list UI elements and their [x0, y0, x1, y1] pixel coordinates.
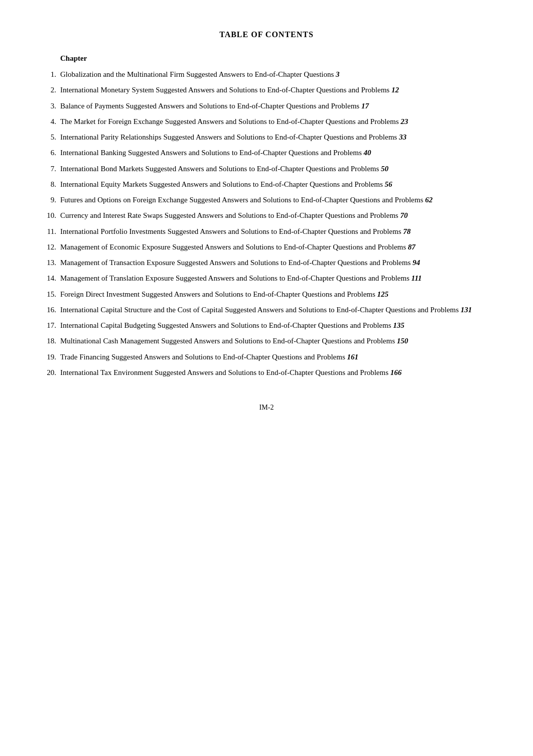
toc-item: 18.Multinational Cash Management Suggest…	[40, 335, 493, 347]
toc-item-number: 1.	[40, 69, 60, 80]
toc-item: 15.Foreign Direct Investment Suggested A…	[40, 289, 493, 300]
toc-item-text: Futures and Options on Foreign Exchange …	[60, 194, 493, 206]
toc-item-page: 94	[413, 259, 420, 267]
toc-item-page: 56	[385, 180, 392, 188]
toc-item-number: 5.	[40, 132, 60, 143]
toc-item: 11.International Portfolio Investments S…	[40, 226, 493, 237]
toc-item-number: 20.	[40, 367, 60, 379]
toc-item-text: International Banking Suggested Answers …	[60, 147, 493, 159]
toc-item-text: Management of Transaction Exposure Sugge…	[60, 257, 493, 269]
toc-item-page: 70	[400, 211, 408, 219]
toc-item-page: 50	[381, 165, 388, 173]
toc-item-number: 16.	[40, 304, 60, 316]
toc-item: 7.International Bond Markets Suggested A…	[40, 163, 493, 175]
toc-item: 9.Futures and Options on Foreign Exchang…	[40, 194, 493, 206]
toc-item-text: International Monetary System Suggested …	[60, 84, 493, 96]
toc-item-number: 7.	[40, 163, 60, 175]
toc-item: 3.Balance of Payments Suggested Answers …	[40, 100, 493, 112]
toc-item-page: 40	[364, 149, 371, 157]
toc-item-number: 3.	[40, 100, 60, 112]
toc-item-number: 4.	[40, 116, 60, 128]
toc-item-number: 11.	[40, 226, 60, 237]
toc-item-page: 33	[399, 133, 407, 141]
toc-item: 6.International Banking Suggested Answer…	[40, 147, 493, 159]
toc-item-number: 6.	[40, 147, 60, 159]
toc-item: 12.Management of Economic Exposure Sugge…	[40, 241, 493, 253]
toc-list: 1.Globalization and the Multinational Fi…	[40, 69, 493, 379]
page-title: TABLE OF CONTENTS	[40, 30, 493, 39]
toc-item-page: 87	[408, 243, 416, 251]
toc-item-page: 17	[361, 102, 369, 110]
toc-item-number: 10.	[40, 210, 60, 221]
toc-item-text: Balance of Payments Suggested Answers an…	[60, 100, 493, 112]
toc-item-number: 18.	[40, 335, 60, 347]
toc-item-text: Currency and Interest Rate Swaps Suggest…	[60, 210, 493, 221]
toc-item-text: International Capital Structure and the …	[60, 304, 493, 316]
toc-item-page: 111	[412, 274, 422, 282]
toc-item-page: 150	[397, 337, 409, 345]
toc-item-text: International Capital Budgeting Suggeste…	[60, 320, 493, 331]
toc-item-text: Globalization and the Multinational Firm…	[60, 69, 493, 80]
chapter-label: Chapter	[60, 54, 493, 63]
toc-item-text: Foreign Direct Investment Suggested Answ…	[60, 289, 493, 300]
toc-item-page: 161	[347, 353, 358, 361]
toc-item-number: 2.	[40, 84, 60, 96]
toc-item-page: 131	[461, 306, 472, 314]
toc-item: 16.International Capital Structure and t…	[40, 304, 493, 316]
toc-item-text: International Bond Markets Suggested Ans…	[60, 163, 493, 175]
toc-item-text: The Market for Foreign Exchange Suggeste…	[60, 116, 493, 128]
toc-item-number: 12.	[40, 241, 60, 253]
toc-item-text: International Parity Relationships Sugge…	[60, 132, 493, 143]
toc-item-text: Management of Economic Exposure Suggeste…	[60, 241, 493, 253]
toc-item: 17.International Capital Budgeting Sugge…	[40, 320, 493, 331]
toc-item: 20.International Tax Environment Suggest…	[40, 367, 493, 379]
toc-item-text: Multinational Cash Management Suggested …	[60, 335, 493, 347]
toc-item-page: 62	[425, 196, 433, 204]
toc-item-page: 3	[336, 70, 340, 78]
toc-item-page: 166	[390, 368, 402, 376]
toc-item: 5.International Parity Relationships Sug…	[40, 132, 493, 143]
toc-item-page: 125	[377, 290, 389, 298]
toc-item-page: 78	[403, 227, 411, 235]
toc-item-page: 12	[391, 86, 399, 94]
toc-item: 2.International Monetary System Suggeste…	[40, 84, 493, 96]
toc-item: 14.Management of Translation Exposure Su…	[40, 273, 493, 284]
toc-item-text: International Tax Environment Suggested …	[60, 367, 493, 379]
toc-item-number: 15.	[40, 289, 60, 300]
toc-item-text: International Equity Markets Suggested A…	[60, 179, 493, 190]
toc-item: 10.Currency and Interest Rate Swaps Sugg…	[40, 210, 493, 221]
toc-item-number: 14.	[40, 273, 60, 284]
toc-item: 1.Globalization and the Multinational Fi…	[40, 69, 493, 80]
toc-item: 19.Trade Financing Suggested Answers and…	[40, 351, 493, 363]
toc-item-page: 135	[393, 321, 405, 329]
toc-item-number: 17.	[40, 320, 60, 331]
toc-item-number: 13.	[40, 257, 60, 269]
toc-item: 8.International Equity Markets Suggested…	[40, 179, 493, 190]
toc-item-text: Management of Translation Exposure Sugge…	[60, 273, 493, 284]
toc-item: 13.Management of Transaction Exposure Su…	[40, 257, 493, 269]
toc-item-number: 9.	[40, 194, 60, 206]
toc-item: 4.The Market for Foreign Exchange Sugges…	[40, 116, 493, 128]
toc-item-number: 19.	[40, 351, 60, 363]
toc-item-text: International Portfolio Investments Sugg…	[60, 226, 493, 237]
page-footer: IM-2	[40, 404, 493, 412]
toc-item-text: Trade Financing Suggested Answers and So…	[60, 351, 493, 363]
toc-item-number: 8.	[40, 179, 60, 190]
toc-item-page: 23	[401, 117, 408, 125]
